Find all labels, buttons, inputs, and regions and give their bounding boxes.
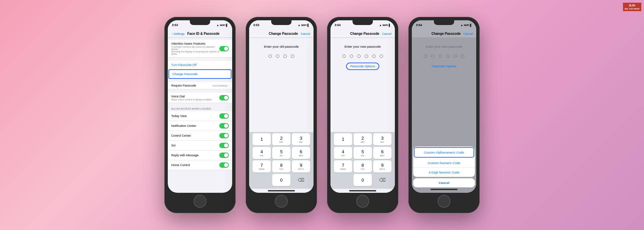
passcode-options-text-3[interactable]: Passcode Options bbox=[346, 63, 379, 70]
nav-bar-2: Change Passcode Cancel bbox=[249, 30, 314, 38]
phone-1-inner: 3:53 ▲WiFi▌ ‹ Settings Face ID & Passcod… bbox=[168, 20, 232, 193]
passcode-options-text-4[interactable]: Passcode Options bbox=[428, 63, 460, 69]
passcode-dots-4 bbox=[412, 54, 476, 58]
key-9-p2[interactable]: 9WXYZ bbox=[292, 160, 310, 172]
key-8-p2[interactable]: 8TUV bbox=[272, 160, 290, 172]
key-del-p3[interactable]: ⌫ bbox=[373, 174, 391, 186]
key-7-p2[interactable]: 7PQRS bbox=[253, 160, 271, 172]
key-del-p2[interactable]: ⌫ bbox=[292, 174, 310, 186]
passcode-dots-2 bbox=[249, 54, 314, 58]
cancel-btn-2[interactable]: Cancel bbox=[301, 32, 310, 36]
key-9-p3[interactable]: 9WXYZ bbox=[373, 160, 391, 172]
home-button-2[interactable] bbox=[275, 195, 288, 208]
home-control-item[interactable]: Home Control bbox=[168, 160, 232, 170]
home-indicator-2 bbox=[268, 190, 295, 191]
custom-alphanumeric-btn[interactable]: Custom Alphanumeric Code bbox=[414, 147, 474, 158]
home-indicator-4 bbox=[430, 189, 458, 190]
key-1-p3[interactable]: 1 bbox=[334, 133, 352, 145]
reply-with-message-toggle[interactable] bbox=[219, 153, 229, 158]
phone-1: 3:53 ▲WiFi▌ ‹ Settings Face ID & Passcod… bbox=[164, 17, 236, 213]
phone-3-inner: 3:54 ▲WiFi▌ Change Passcode Cancel Enter… bbox=[330, 20, 395, 193]
turn-passcode-off-btn[interactable]: Turn Passcode Off bbox=[168, 61, 232, 69]
require-passcode-value: Immediately› bbox=[213, 84, 229, 87]
status-icons-4: ▲WiFi▌ bbox=[461, 24, 472, 27]
action-sheet-cancel-btn[interactable]: Cancel bbox=[413, 178, 475, 187]
home-control-toggle[interactable] bbox=[219, 162, 229, 168]
key-5-p3[interactable]: 5JKL bbox=[354, 147, 372, 159]
today-view-toggle[interactable] bbox=[219, 113, 229, 119]
bjn-logo: BJN BIG JAR NEWS bbox=[623, 3, 641, 11]
keypad-2: 1 2ABC 3DEF 4GHI 5JKL 6MNO 7PQRS 8TUV 9W… bbox=[249, 132, 314, 189]
home-button-3[interactable] bbox=[356, 195, 369, 208]
status-bar-2: 3:53 ▲WiFi▌ bbox=[249, 20, 314, 30]
key-6-p3[interactable]: 6MNO bbox=[373, 147, 391, 159]
nav-title-2: Change Passcode bbox=[269, 32, 298, 36]
status-bar-1: 3:53 ▲WiFi▌ bbox=[168, 20, 232, 30]
home-button-1[interactable] bbox=[194, 195, 206, 208]
nav-title-3: Change Passcode bbox=[350, 32, 379, 36]
settings-screen: Attention Aware Features TrueDepth camer… bbox=[168, 38, 232, 193]
key-1-p2[interactable]: 1 bbox=[253, 133, 271, 145]
passcode-options-4[interactable]: Passcode Options bbox=[412, 61, 476, 71]
key-5-p2[interactable]: 5JKL bbox=[272, 147, 290, 159]
today-view-item[interactable]: Today View bbox=[168, 111, 232, 121]
home-indicator-3 bbox=[349, 190, 376, 191]
change-passcode-btn[interactable]: Change Passcode bbox=[168, 69, 232, 79]
voice-dial-item: Voice Dial Music Voice Control is always… bbox=[168, 93, 232, 103]
passcode-prompt-2: Enter your old passcode bbox=[249, 38, 314, 52]
cancel-btn-4[interactable]: Cancel bbox=[463, 32, 473, 36]
passcode-options-3[interactable]: Passcode Options bbox=[330, 61, 395, 72]
voice-dial-label: Voice Dial bbox=[171, 95, 212, 98]
keypad-3: 1 2ABC 3DEF 4GHI 5JKL 6MNO 7PQRS 8TUV 9W… bbox=[330, 132, 395, 189]
four-digit-btn[interactable]: 4-Digit Numeric Code bbox=[413, 168, 475, 177]
key-7-p3[interactable]: 7PQRS bbox=[334, 160, 352, 172]
cancel-btn-3[interactable]: Cancel bbox=[382, 32, 391, 36]
key-3-p3[interactable]: 3DEF bbox=[373, 133, 391, 145]
notification-center-item[interactable]: Notification Center bbox=[168, 121, 232, 131]
status-icons-3: ▲WiFi▌ bbox=[379, 24, 391, 27]
allow-access-header: ALLOW ACCESS WHEN LOCKED: bbox=[168, 105, 232, 111]
attention-toggle[interactable] bbox=[219, 46, 229, 51]
status-icons-1: ▲WiFi▌ bbox=[217, 24, 228, 27]
phone-4: 3:54 ▲WiFi▌ Change Passcode Cancel Enter… bbox=[408, 17, 480, 213]
control-center-toggle[interactable] bbox=[219, 133, 229, 138]
reply-with-message-label: Reply with Message bbox=[171, 154, 199, 157]
phone-2: 3:53 ▲WiFi▌ Change Passcode Cancel Enter… bbox=[246, 17, 317, 213]
siri-item[interactable]: Siri bbox=[168, 141, 232, 151]
nav-bar-1: ‹ Settings Face ID & Passcode bbox=[168, 30, 232, 38]
require-passcode-row[interactable]: Require Passcode Immediately› bbox=[168, 82, 232, 89]
passcode-dots-3 bbox=[330, 54, 395, 58]
time-1: 3:53 bbox=[172, 23, 178, 27]
key-2-p3[interactable]: 2ABC bbox=[354, 133, 372, 145]
action-sheet-group: Custom Alphanumeric Code Custom Numeric … bbox=[413, 146, 475, 177]
time-2: 3:53 bbox=[253, 23, 259, 27]
voice-dial-toggle[interactable] bbox=[219, 95, 229, 100]
key-0-p2[interactable]: 0 bbox=[272, 174, 290, 186]
screen-3: Enter your new passcode Passcode Options… bbox=[330, 38, 395, 193]
dimmed-screen-4: Enter your new passcode Passcode Options… bbox=[412, 38, 476, 193]
key-3-p2[interactable]: 3DEF bbox=[292, 133, 310, 145]
phone-3: 3:54 ▲WiFi▌ Change Passcode Cancel Enter… bbox=[327, 17, 398, 213]
key-2-p2[interactable]: 2ABC bbox=[272, 133, 290, 145]
control-center-item[interactable]: Control Center bbox=[168, 131, 232, 141]
reply-with-message-item[interactable]: Reply with Message bbox=[168, 151, 232, 160]
home-button-4[interactable] bbox=[438, 195, 450, 208]
key-4-p2[interactable]: 4GHI bbox=[253, 147, 271, 159]
action-sheet: Custom Alphanumeric Code Custom Numeric … bbox=[412, 145, 476, 193]
phone-2-inner: 3:53 ▲WiFi▌ Change Passcode Cancel Enter… bbox=[249, 20, 314, 193]
status-bar-4: 3:54 ▲WiFi▌ bbox=[412, 20, 476, 30]
key-0-p3[interactable]: 0 bbox=[354, 174, 372, 186]
nav-bar-3: Change Passcode Cancel bbox=[330, 30, 395, 38]
time-4: 3:54 bbox=[416, 23, 422, 27]
nav-bar-4: Change Passcode Cancel bbox=[412, 30, 476, 38]
back-button-1[interactable]: ‹ Settings bbox=[172, 32, 185, 36]
key-4-p3[interactable]: 4GHI bbox=[334, 147, 352, 159]
siri-label: Siri bbox=[171, 144, 176, 147]
screen-2: Enter your old passcode 1 2ABC 3DEF 4GH bbox=[249, 38, 314, 193]
attention-sublabel: TrueDepth camera will check for attentio… bbox=[171, 46, 219, 55]
key-6-p2[interactable]: 6MNO bbox=[292, 147, 310, 159]
notification-center-toggle[interactable] bbox=[219, 123, 229, 129]
key-8-p3[interactable]: 8TUV bbox=[354, 160, 372, 172]
custom-numeric-btn[interactable]: Custom Numeric Code bbox=[413, 158, 475, 168]
siri-toggle[interactable] bbox=[219, 143, 229, 148]
